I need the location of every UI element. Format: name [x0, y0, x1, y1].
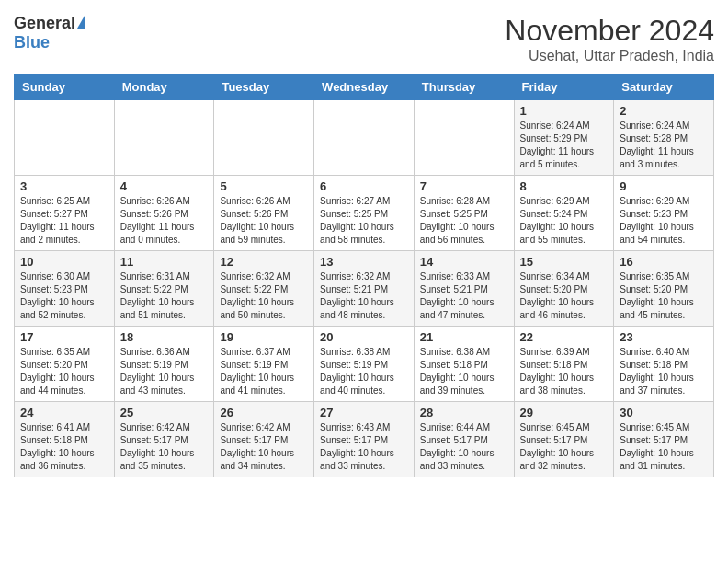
day-number: 25	[120, 406, 209, 419]
calendar-cell: 11Sunrise: 6:31 AM Sunset: 5:22 PM Dayli…	[114, 251, 214, 327]
cell-info: Sunrise: 6:43 AM Sunset: 5:17 PM Dayligh…	[320, 421, 408, 473]
day-header-wednesday: Wednesday	[314, 75, 415, 100]
week-row-5: 24Sunrise: 6:41 AM Sunset: 5:18 PM Dayli…	[15, 402, 714, 477]
day-number: 11	[120, 255, 209, 269]
day-header-thursday: Thursday	[414, 75, 514, 100]
week-row-4: 17Sunrise: 6:35 AM Sunset: 5:20 PM Dayli…	[15, 327, 714, 402]
calendar-cell: 26Sunrise: 6:42 AM Sunset: 5:17 PM Dayli…	[214, 402, 314, 477]
day-number: 26	[220, 406, 308, 419]
cell-info: Sunrise: 6:33 AM Sunset: 5:21 PM Dayligh…	[420, 270, 508, 322]
calendar-cell: 4Sunrise: 6:26 AM Sunset: 5:26 PM Daylig…	[114, 176, 214, 251]
calendar-cell: 3Sunrise: 6:25 AM Sunset: 5:27 PM Daylig…	[15, 176, 115, 251]
calendar-cell: 5Sunrise: 6:26 AM Sunset: 5:26 PM Daylig…	[214, 176, 314, 251]
cell-info: Sunrise: 6:35 AM Sunset: 5:20 PM Dayligh…	[20, 346, 108, 397]
day-number: 19	[220, 330, 308, 344]
calendar-cell	[314, 100, 415, 176]
cell-info: Sunrise: 6:30 AM Sunset: 5:23 PM Dayligh…	[20, 270, 108, 322]
day-number: 3	[20, 179, 108, 193]
cell-info: Sunrise: 6:42 AM Sunset: 5:17 PM Dayligh…	[220, 421, 308, 473]
calendar-cell: 14Sunrise: 6:33 AM Sunset: 5:21 PM Dayli…	[414, 251, 514, 327]
calendar-table: SundayMondayTuesdayWednesdayThursdayFrid…	[14, 74, 714, 477]
week-row-3: 10Sunrise: 6:30 AM Sunset: 5:23 PM Dayli…	[15, 251, 714, 327]
day-number: 28	[420, 406, 508, 419]
calendar-cell: 8Sunrise: 6:29 AM Sunset: 5:24 PM Daylig…	[514, 176, 614, 251]
calendar-cell: 12Sunrise: 6:32 AM Sunset: 5:22 PM Dayli…	[214, 251, 314, 327]
calendar-cell: 20Sunrise: 6:38 AM Sunset: 5:19 PM Dayli…	[314, 327, 415, 402]
calendar-cell: 19Sunrise: 6:37 AM Sunset: 5:19 PM Dayli…	[214, 327, 314, 402]
day-number: 27	[320, 406, 408, 419]
week-row-1: 1Sunrise: 6:24 AM Sunset: 5:29 PM Daylig…	[15, 100, 714, 176]
cell-info: Sunrise: 6:26 AM Sunset: 5:26 PM Dayligh…	[220, 195, 308, 247]
day-number: 21	[420, 330, 508, 344]
cell-info: Sunrise: 6:35 AM Sunset: 5:20 PM Dayligh…	[620, 270, 708, 322]
day-number: 1	[520, 104, 609, 118]
days-of-week-row: SundayMondayTuesdayWednesdayThursdayFrid…	[15, 75, 714, 100]
calendar-cell: 15Sunrise: 6:34 AM Sunset: 5:20 PM Dayli…	[514, 251, 614, 327]
calendar-cell: 22Sunrise: 6:39 AM Sunset: 5:18 PM Dayli…	[514, 327, 614, 402]
cell-info: Sunrise: 6:28 AM Sunset: 5:25 PM Dayligh…	[420, 195, 508, 247]
calendar-cell: 28Sunrise: 6:44 AM Sunset: 5:17 PM Dayli…	[414, 402, 514, 477]
day-header-sunday: Sunday	[15, 75, 115, 100]
cell-info: Sunrise: 6:45 AM Sunset: 5:17 PM Dayligh…	[520, 421, 609, 473]
calendar-cell: 23Sunrise: 6:40 AM Sunset: 5:18 PM Dayli…	[614, 327, 714, 402]
calendar-cell: 1Sunrise: 6:24 AM Sunset: 5:29 PM Daylig…	[514, 100, 614, 176]
cell-info: Sunrise: 6:41 AM Sunset: 5:18 PM Dayligh…	[20, 421, 108, 473]
cell-info: Sunrise: 6:31 AM Sunset: 5:22 PM Dayligh…	[120, 270, 209, 322]
day-header-saturday: Saturday	[614, 75, 714, 100]
cell-info: Sunrise: 6:37 AM Sunset: 5:19 PM Dayligh…	[220, 346, 308, 397]
day-number: 22	[520, 330, 609, 344]
calendar-header: SundayMondayTuesdayWednesdayThursdayFrid…	[15, 75, 714, 100]
calendar-cell: 9Sunrise: 6:29 AM Sunset: 5:23 PM Daylig…	[614, 176, 714, 251]
calendar-cell	[214, 100, 314, 176]
calendar-cell: 30Sunrise: 6:45 AM Sunset: 5:17 PM Dayli…	[614, 402, 714, 477]
cell-info: Sunrise: 6:25 AM Sunset: 5:27 PM Dayligh…	[20, 195, 108, 247]
calendar-cell: 6Sunrise: 6:27 AM Sunset: 5:25 PM Daylig…	[314, 176, 415, 251]
cell-info: Sunrise: 6:44 AM Sunset: 5:17 PM Dayligh…	[420, 421, 508, 473]
cell-info: Sunrise: 6:34 AM Sunset: 5:20 PM Dayligh…	[520, 270, 609, 322]
header: General Blue November 2024 Usehat, Uttar…	[14, 14, 714, 64]
month-year-title: November 2024	[505, 14, 714, 48]
calendar-cell: 24Sunrise: 6:41 AM Sunset: 5:18 PM Dayli…	[15, 402, 115, 477]
title-area: November 2024 Usehat, Uttar Pradesh, Ind…	[505, 14, 714, 64]
cell-info: Sunrise: 6:45 AM Sunset: 5:17 PM Dayligh…	[620, 421, 708, 473]
calendar-cell: 7Sunrise: 6:28 AM Sunset: 5:25 PM Daylig…	[414, 176, 514, 251]
cell-info: Sunrise: 6:39 AM Sunset: 5:18 PM Dayligh…	[520, 346, 609, 397]
calendar-body: 1Sunrise: 6:24 AM Sunset: 5:29 PM Daylig…	[15, 100, 714, 477]
calendar-cell: 16Sunrise: 6:35 AM Sunset: 5:20 PM Dayli…	[614, 251, 714, 327]
calendar-cell	[414, 100, 514, 176]
cell-info: Sunrise: 6:32 AM Sunset: 5:22 PM Dayligh…	[220, 270, 308, 322]
logo-general-text: General	[14, 14, 75, 33]
calendar-cell: 13Sunrise: 6:32 AM Sunset: 5:21 PM Dayli…	[314, 251, 415, 327]
cell-info: Sunrise: 6:36 AM Sunset: 5:19 PM Dayligh…	[120, 346, 209, 397]
logo-blue-text: Blue	[14, 33, 50, 52]
calendar-cell: 21Sunrise: 6:38 AM Sunset: 5:18 PM Dayli…	[414, 327, 514, 402]
day-number: 8	[520, 179, 609, 193]
day-number: 13	[320, 255, 408, 269]
calendar-cell: 18Sunrise: 6:36 AM Sunset: 5:19 PM Dayli…	[114, 327, 214, 402]
day-number: 4	[120, 179, 209, 193]
cell-info: Sunrise: 6:27 AM Sunset: 5:25 PM Dayligh…	[320, 195, 408, 247]
cell-info: Sunrise: 6:29 AM Sunset: 5:23 PM Dayligh…	[620, 195, 708, 247]
cell-info: Sunrise: 6:42 AM Sunset: 5:17 PM Dayligh…	[120, 421, 209, 473]
calendar-cell	[114, 100, 214, 176]
calendar-cell: 10Sunrise: 6:30 AM Sunset: 5:23 PM Dayli…	[15, 251, 115, 327]
day-number: 17	[20, 330, 108, 344]
logo: General Blue	[14, 14, 85, 52]
day-number: 15	[520, 255, 609, 269]
cell-info: Sunrise: 6:32 AM Sunset: 5:21 PM Dayligh…	[320, 270, 408, 322]
day-number: 2	[620, 104, 708, 118]
day-number: 9	[620, 179, 708, 193]
calendar-cell: 27Sunrise: 6:43 AM Sunset: 5:17 PM Dayli…	[314, 402, 415, 477]
day-header-monday: Monday	[114, 75, 214, 100]
logo-triangle-icon	[77, 16, 85, 29]
day-number: 10	[20, 255, 108, 269]
day-number: 30	[620, 406, 708, 419]
day-number: 24	[20, 406, 108, 419]
cell-info: Sunrise: 6:26 AM Sunset: 5:26 PM Dayligh…	[120, 195, 209, 247]
day-number: 6	[320, 179, 408, 193]
day-number: 20	[320, 330, 408, 344]
location-subtitle: Usehat, Uttar Pradesh, India	[505, 48, 714, 64]
day-number: 7	[420, 179, 508, 193]
day-number: 29	[520, 406, 609, 419]
day-number: 16	[620, 255, 708, 269]
